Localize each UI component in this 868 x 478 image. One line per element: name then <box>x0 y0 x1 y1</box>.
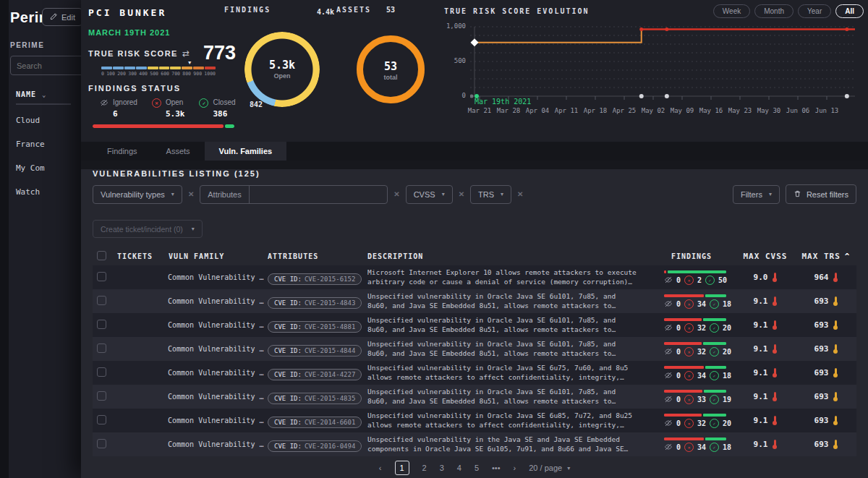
row-checkbox[interactable] <box>97 343 106 353</box>
table-row[interactable]: Common Vulnerability …CVE ID:CVE-2015-48… <box>93 289 856 313</box>
table-row[interactable]: Common Vulnerability …CVE ID:CVE-2014-66… <box>93 409 856 432</box>
clear-trs-icon[interactable]: ✕ <box>517 190 523 198</box>
range-all[interactable]: All <box>835 4 864 18</box>
findings-cell: 0✕32✓20 <box>648 342 735 357</box>
table-row[interactable]: Common Vulnerability …CVE ID:CVE-2015-48… <box>93 337 856 361</box>
page-5[interactable]: 5 <box>475 464 479 472</box>
ignored-icon <box>664 443 673 451</box>
scale-tick-label: 0 <box>101 71 104 77</box>
open-icon: ✕ <box>152 98 161 108</box>
description-cell: Unspecified vulnerability in Oracle Java… <box>367 316 648 334</box>
attributes-label: Attributes <box>200 186 249 203</box>
findings-bar <box>664 414 726 417</box>
edit-button[interactable]: Edit <box>42 8 83 26</box>
risk-score-block: PCI BUNKER MARCH 19TH 2021 TRUE RISK SCO… <box>88 0 243 128</box>
filters-select[interactable]: Filters▾ <box>733 185 780 204</box>
findings-cell: 0✕34✓18 <box>648 438 735 452</box>
x-axis-tick-label: Apr 04 <box>526 107 550 114</box>
sidebar-edge <box>0 0 9 478</box>
name-column-header[interactable]: NAME⌄ <box>16 90 71 105</box>
clear-cvss-icon[interactable]: ✕ <box>459 190 464 198</box>
thermometer-icon <box>833 320 838 330</box>
sidebar-section-label: PERIME <box>10 41 44 49</box>
clear-vuln-types-icon[interactable]: ✕ <box>188 190 194 198</box>
row-checkbox[interactable] <box>97 415 106 424</box>
table-row[interactable]: Common Vulnerability …CVE ID:CVE-2015-61… <box>93 265 856 289</box>
range-year[interactable]: Year <box>798 4 831 18</box>
reset-filters-button[interactable]: Reset filters <box>786 184 856 204</box>
row-checkbox[interactable] <box>97 391 106 401</box>
max-cvss-cell: 9.1 <box>735 416 796 425</box>
row-checkbox[interactable] <box>97 320 106 329</box>
vuln-family-cell: Common Vulnerability … <box>163 393 265 401</box>
next-page-button[interactable]: › <box>514 464 516 472</box>
vuln-family-cell: Common Vulnerability … <box>163 297 265 305</box>
closed-icon: ✓ <box>710 395 719 404</box>
status-label: Open <box>166 98 185 106</box>
prev-page-button[interactable]: ‹ <box>379 464 382 472</box>
max-cvss-cell: 9.1 <box>735 344 796 354</box>
closed-icon: ✓ <box>710 371 719 380</box>
vuln-family-cell: Common Vulnerability … <box>163 440 265 448</box>
scale-tick-label: 800 <box>182 71 191 77</box>
max-cvss-column-header[interactable]: MAX CVSS <box>735 252 796 261</box>
pagination: ‹12345•••›20 / page▾ <box>93 461 856 475</box>
range-month[interactable]: Month <box>754 4 793 18</box>
page-size-select[interactable]: 20 / page▾ <box>529 464 570 472</box>
risk-evolution-title: TRUE RISK SCORE EVOLUTION <box>444 7 590 15</box>
ignored-icon <box>664 419 673 427</box>
clear-attributes-icon[interactable]: ✕ <box>393 190 399 198</box>
attributes-column-header: ATTRIBUTES <box>265 252 367 260</box>
description-cell: Microsoft Internet Explorer 10 allows re… <box>367 268 648 286</box>
page-1[interactable]: 1 <box>395 461 409 475</box>
status-ignored-text: Ignored6 <box>113 98 137 119</box>
tab-vuln-families[interactable]: Vuln. Families <box>205 142 287 161</box>
findings-cell: 0✕33✓19 <box>648 390 735 404</box>
vuln-family-cell: Common Vulnerability … <box>163 417 265 424</box>
table-row[interactable]: Common Vulnerability …CVE ID:CVE-2015-48… <box>93 313 856 337</box>
table-row[interactable]: Common Vulnerability …CVE ID:CVE-2016-04… <box>93 432 856 456</box>
page-2[interactable]: 2 <box>422 464 427 472</box>
tab-findings[interactable]: Findings <box>93 142 152 161</box>
findings-cell: 0✕32✓20 <box>648 414 735 428</box>
vuln-family-cell: Common Vulnerability … <box>163 321 265 329</box>
table-row[interactable]: Common Vulnerability …CVE ID:CVE-2015-48… <box>93 385 856 409</box>
max-trs-column-header[interactable]: MAX TRS^ <box>796 252 856 261</box>
row-checkbox[interactable] <box>97 439 106 448</box>
range-week[interactable]: Week <box>713 4 750 18</box>
swap-icon[interactable]: ⇄ <box>182 48 190 59</box>
trs-select[interactable]: TRS▾ <box>470 185 511 204</box>
kpi-section: PCI BUNKER MARCH 19TH 2021 TRUE RISK SCO… <box>81 0 868 142</box>
page-4[interactable]: 4 <box>457 464 461 472</box>
tab-assets[interactable]: Assets <box>152 142 205 161</box>
page-3[interactable]: 3 <box>440 464 444 472</box>
cvss-select[interactable]: CVSS▾ <box>406 185 453 204</box>
open-icon: ✕ <box>684 443 694 452</box>
attributes-input[interactable] <box>250 186 388 203</box>
row-checkbox[interactable] <box>97 272 106 281</box>
row-checkbox[interactable] <box>97 296 106 305</box>
x-axis-tick-label: Apr 11 <box>555 107 579 114</box>
x-axis-tick-label: Mar 28 <box>497 107 521 114</box>
thermometer-icon <box>773 296 777 306</box>
row-checkbox[interactable] <box>97 367 106 377</box>
closed-icon: ✓ <box>710 299 719 309</box>
max-trs-cell: 693 <box>796 344 856 354</box>
select-all-checkbox[interactable] <box>97 251 106 260</box>
pagination-ellipsis[interactable]: ••• <box>492 464 501 472</box>
description-cell: Unspecified vulnerability in Oracle Java… <box>367 292 648 310</box>
max-cvss-cell: 9.1 <box>735 392 796 401</box>
y-axis-tick: 1,000 <box>444 22 466 30</box>
create-ticket-button[interactable]: Create ticket/incident (0)▾ <box>93 220 203 238</box>
table-row[interactable]: Common Vulnerability …CVE ID:CVE-2014-42… <box>93 361 856 385</box>
app-root: Perim PERIME NAME⌄ CloudFranceMy ComWatc… <box>0 0 868 478</box>
thermometer-icon <box>773 416 777 425</box>
chart-date-annotation: Mar 19th 2021 <box>475 98 531 106</box>
ignored-icon <box>664 276 673 284</box>
vulnerability-types-select[interactable]: Vulnerability types▾ <box>93 185 182 204</box>
thermometer-icon <box>773 320 777 330</box>
assets-donut-center: 53 total <box>357 60 425 81</box>
scale-tick-label: 200 <box>117 71 126 77</box>
cve-id-badge: CVE ID:CVE-2015-4844 <box>268 345 362 357</box>
attributes-filter: Attributes <box>200 185 388 204</box>
